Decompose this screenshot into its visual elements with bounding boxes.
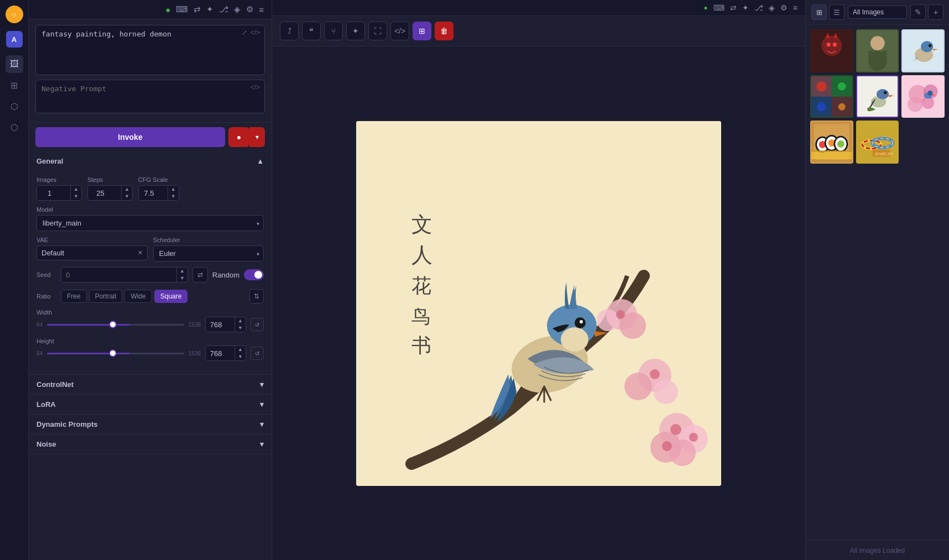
grid-view-toggle[interactable]: ⊞ bbox=[811, 4, 827, 20]
svg-point-15 bbox=[616, 310, 625, 319]
model-select[interactable]: liberty_main stable-diffusion-v1-5 dream… bbox=[36, 215, 264, 231]
use-prompt-button[interactable]: ❝ bbox=[302, 22, 321, 40]
delete-button[interactable]: 🗑 bbox=[435, 22, 453, 40]
all-images-select[interactable]: All Images Current Session Starred bbox=[848, 6, 907, 19]
stop-button[interactable]: ● bbox=[228, 127, 249, 147]
main-area: ● ⌨ ⇄ ✦ ⎇ ◈ ⚙ ≡ ⤴ ❝ ⑂ ✦ ⛶ </> ⊞ 🗑 bbox=[272, 0, 805, 560]
nav-nodes[interactable]: ⬡ bbox=[6, 97, 23, 115]
cfg-up[interactable]: ▲ bbox=[168, 186, 179, 193]
nav-image[interactable]: 🖼 bbox=[6, 55, 23, 73]
ratio-portrait-button[interactable]: Portrait bbox=[89, 290, 123, 303]
scheduler-select[interactable]: Euler Euler a DPM++ 2M DDIM bbox=[153, 245, 264, 261]
top-translate-icon[interactable]: ⇄ bbox=[730, 3, 737, 12]
add-button[interactable]: + bbox=[928, 4, 943, 20]
nav-grid[interactable]: ⊞ bbox=[6, 76, 23, 94]
wand-icon[interactable]: ✦ bbox=[206, 4, 213, 14]
thumbnail-bird-pink[interactable] bbox=[901, 75, 945, 118]
edit-button[interactable]: ✎ bbox=[910, 4, 926, 20]
grid-view-button[interactable]: ⊞ bbox=[413, 22, 431, 40]
user-avatar[interactable]: A bbox=[6, 31, 23, 48]
lora-section: LoRA ▾ bbox=[29, 395, 272, 415]
thumbnail-demon[interactable] bbox=[810, 29, 853, 72]
height-reset-button[interactable]: ↺ bbox=[251, 347, 264, 360]
thumbnail-person[interactable] bbox=[856, 29, 899, 72]
width-input[interactable] bbox=[206, 318, 234, 331]
height-slider[interactable] bbox=[47, 353, 184, 354]
top-github-icon[interactable]: ⎇ bbox=[754, 3, 763, 12]
keyboard-icon[interactable]: ⌨ bbox=[176, 4, 188, 14]
top-menu-icon[interactable]: ≡ bbox=[793, 3, 797, 12]
general-section-content: Images 1 ▲ ▼ Steps 25 ▲ bbox=[29, 171, 272, 374]
images-input[interactable]: 1 bbox=[37, 186, 70, 200]
invoke-button[interactable]: Invoke bbox=[35, 127, 225, 147]
ratio-wide-button[interactable]: Wide bbox=[124, 290, 152, 303]
translate-icon[interactable]: ⇄ bbox=[194, 4, 201, 14]
positive-prompt-input[interactable]: fantasy painting, horned demon bbox=[41, 30, 259, 69]
ratio-free-button[interactable]: Free bbox=[61, 290, 87, 303]
vae-clear-button[interactable]: ✕ bbox=[138, 249, 143, 257]
thumbnail-bird-sketch[interactable] bbox=[856, 75, 899, 118]
width-down[interactable]: ▼ bbox=[235, 325, 246, 332]
send-button[interactable]: ⑂ bbox=[324, 22, 343, 40]
cfg-input-wrap: 7.5 ▲ ▼ bbox=[138, 185, 179, 201]
height-down[interactable]: ▼ bbox=[235, 353, 246, 360]
metadata-button[interactable]: </> bbox=[390, 22, 409, 40]
prompt-expand-icon[interactable]: ⤢ bbox=[242, 29, 247, 36]
thumbnail-blue-bird[interactable] bbox=[901, 29, 945, 72]
cfg-down[interactable]: ▼ bbox=[168, 193, 179, 200]
general-section-header[interactable]: General ▲ bbox=[29, 151, 272, 171]
images-up[interactable]: ▲ bbox=[71, 186, 81, 193]
lora-header[interactable]: LoRA ▾ bbox=[29, 395, 272, 414]
svg-point-58 bbox=[877, 89, 889, 99]
lora-chevron-icon: ▾ bbox=[260, 400, 264, 409]
thumbnail-colorful-birds[interactable] bbox=[810, 75, 853, 118]
top-keyboard-icon[interactable]: ⌨ bbox=[713, 3, 724, 12]
height-input[interactable] bbox=[206, 347, 234, 360]
top-magic-icon[interactable]: ✦ bbox=[742, 3, 749, 12]
invoke-chevron[interactable]: ▾ bbox=[249, 127, 265, 147]
thumbnail-jewelry[interactable]: JEWELRY bbox=[856, 121, 899, 164]
github-icon[interactable]: ⎇ bbox=[219, 4, 228, 14]
steps-down[interactable]: ▼ bbox=[122, 193, 132, 200]
left-nav: ○ A 🖼 ⊞ ⬡ ⬡ bbox=[0, 0, 29, 560]
svg-text:JEWELRY: JEWELRY bbox=[874, 151, 894, 156]
expand-button[interactable]: ⛶ bbox=[368, 22, 387, 40]
dynamic-prompts-header[interactable]: Dynamic Prompts ▾ bbox=[29, 415, 272, 434]
width-up[interactable]: ▲ bbox=[235, 317, 246, 325]
right-action-buttons: ✎ + bbox=[910, 4, 943, 20]
star-button[interactable]: ✦ bbox=[346, 22, 365, 40]
online-indicator-icon: ● bbox=[165, 5, 170, 14]
seed-shuffle-button[interactable]: ⇄ bbox=[192, 267, 208, 282]
nav-3d[interactable]: ⬡ bbox=[6, 118, 23, 136]
top-settings-icon[interactable]: ⚙ bbox=[780, 3, 788, 12]
list-view-toggle[interactable]: ☰ bbox=[829, 4, 844, 20]
svg-point-22 bbox=[561, 327, 588, 352]
thumbnail-sushi[interactable] bbox=[810, 121, 853, 164]
settings-icon[interactable]: ⚙ bbox=[246, 4, 253, 14]
negative-prompt-input[interactable] bbox=[41, 85, 259, 107]
noise-header[interactable]: Noise ▾ bbox=[29, 435, 272, 454]
random-label: Random bbox=[212, 271, 239, 279]
images-down[interactable]: ▼ bbox=[71, 193, 81, 200]
negative-prompt-code-icon[interactable]: </> bbox=[251, 83, 260, 91]
random-toggle[interactable] bbox=[244, 269, 264, 280]
cfg-input[interactable]: 7.5 bbox=[139, 186, 168, 200]
image-viewer: 文 人 花 鸟 书 印 bbox=[272, 46, 805, 560]
vae-label: VAE bbox=[36, 237, 148, 243]
top-discord-icon[interactable]: ◈ bbox=[769, 3, 775, 12]
height-up[interactable]: ▲ bbox=[235, 346, 246, 353]
menu-icon[interactable]: ≡ bbox=[259, 5, 264, 14]
controlnet-header[interactable]: ControlNet ▾ bbox=[29, 375, 272, 394]
ratio-square-button[interactable]: Square bbox=[154, 290, 188, 303]
steps-input[interactable]: 25 bbox=[88, 186, 121, 200]
width-slider[interactable] bbox=[47, 324, 184, 326]
seed-down[interactable]: ▼ bbox=[177, 275, 187, 282]
prompt-code-icon[interactable]: </> bbox=[251, 29, 260, 36]
ratio-swap-button[interactable]: ⇅ bbox=[249, 289, 264, 303]
discord-icon[interactable]: ◈ bbox=[234, 4, 241, 14]
steps-up[interactable]: ▲ bbox=[122, 186, 132, 193]
seed-up[interactable]: ▲ bbox=[177, 268, 187, 275]
share-button[interactable]: ⤴ bbox=[280, 22, 299, 40]
seed-input[interactable] bbox=[61, 268, 176, 282]
width-reset-button[interactable]: ↺ bbox=[251, 318, 264, 331]
